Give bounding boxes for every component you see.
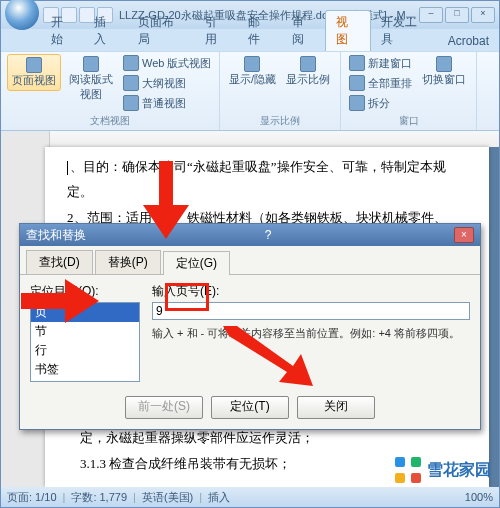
tab-page-layout[interactable]: 页面布局 bbox=[128, 11, 195, 51]
new-window-button[interactable]: 新建窗口 bbox=[347, 54, 414, 72]
status-words[interactable]: 字数: 1,779 bbox=[71, 490, 127, 505]
read-view-icon bbox=[83, 56, 99, 72]
page-view-label: 页面视图 bbox=[12, 73, 56, 88]
status-insert[interactable]: 插入 bbox=[208, 490, 230, 505]
web-view-button[interactable]: Web 版式视图 bbox=[121, 54, 213, 72]
new-window-icon bbox=[349, 55, 365, 71]
tab-acrobat[interactable]: Acrobat bbox=[438, 31, 499, 51]
ribbon: 页面视图 阅读版式视图 Web 版式视图 大纲视图 普通视图 文档视图 显示/隐… bbox=[1, 51, 499, 131]
goto-hint: 输入 + 和 - 可将相关内容移至当前位置。例如: +4 将前移四项。 bbox=[152, 326, 470, 341]
page-number-input[interactable] bbox=[152, 302, 470, 320]
zoom-ratio-button[interactable]: 显示比例 bbox=[282, 54, 334, 89]
read-view-label: 阅读版式视图 bbox=[67, 72, 115, 102]
close-button[interactable]: × bbox=[471, 7, 495, 23]
list-item[interactable]: 页 bbox=[31, 303, 139, 322]
page-view-icon bbox=[26, 57, 42, 73]
group-ratio-title: 显示比例 bbox=[226, 114, 334, 128]
outline-view-label: 大纲视图 bbox=[142, 76, 186, 91]
tab-insert[interactable]: 插入 bbox=[84, 11, 127, 51]
watermark-text: 雪花家园 bbox=[427, 460, 491, 481]
tab-home[interactable]: 开始 bbox=[41, 11, 84, 51]
tab-mailings[interactable]: 邮件 bbox=[238, 11, 281, 51]
split-button[interactable]: 拆分 bbox=[347, 94, 414, 112]
tab-view[interactable]: 视图 bbox=[325, 10, 370, 51]
tab-review[interactable]: 审阅 bbox=[282, 11, 325, 51]
zoom-value[interactable]: 100% bbox=[465, 491, 493, 503]
tab-developer[interactable]: 开发工具 bbox=[371, 11, 438, 51]
list-item[interactable]: 节 bbox=[31, 322, 139, 341]
normal-view-icon bbox=[123, 95, 139, 111]
group-view-title: 文档视图 bbox=[7, 114, 213, 128]
dialog-tabs: 查找(D) 替换(P) 定位(G) bbox=[20, 246, 480, 275]
zoom-ratio-label: 显示比例 bbox=[286, 72, 330, 87]
list-item[interactable]: 批注 bbox=[31, 379, 139, 382]
dialog-titlebar[interactable]: 查找和替换 ? × bbox=[20, 224, 480, 246]
list-item[interactable]: 书签 bbox=[31, 360, 139, 379]
outline-view-icon bbox=[123, 75, 139, 91]
split-label: 拆分 bbox=[368, 96, 390, 111]
normal-view-button[interactable]: 普通视图 bbox=[121, 94, 213, 112]
read-view-button[interactable]: 阅读版式视图 bbox=[65, 54, 117, 104]
show-hide-button[interactable]: 显示/隐藏 bbox=[226, 54, 278, 89]
watermark-logo-icon bbox=[395, 457, 421, 483]
office-orb-icon[interactable] bbox=[5, 0, 39, 30]
tab-find[interactable]: 查找(D) bbox=[26, 250, 93, 274]
show-hide-label: 显示/隐藏 bbox=[229, 72, 276, 87]
zoom-icon bbox=[300, 56, 316, 72]
new-window-label: 新建窗口 bbox=[368, 56, 412, 71]
web-view-icon bbox=[123, 55, 139, 71]
dialog-close-button[interactable]: × bbox=[454, 227, 474, 243]
switch-window-button[interactable]: 切换窗口 bbox=[418, 54, 470, 89]
normal-view-label: 普通视图 bbox=[142, 96, 186, 111]
arrange-all-button[interactable]: 全部重排 bbox=[347, 74, 414, 92]
watermark: 雪花家园 bbox=[395, 457, 491, 483]
goto-target-listbox[interactable]: 页 节 行 书签 批注 脚注 bbox=[30, 302, 140, 382]
previous-button: 前一处(S) bbox=[125, 396, 203, 419]
dialog-close-btn[interactable]: 关闭 bbox=[297, 396, 375, 419]
ribbon-tabs: 开始 插入 页面布局 引用 邮件 审阅 视图 开发工具 Acrobat bbox=[1, 29, 499, 51]
dialog-help-icon[interactable]: ? bbox=[265, 228, 272, 242]
goto-button[interactable]: 定位(T) bbox=[211, 396, 289, 419]
show-hide-icon bbox=[244, 56, 260, 72]
dialog-title: 查找和替换 bbox=[26, 227, 86, 244]
arrange-icon bbox=[349, 75, 365, 91]
switch-window-icon bbox=[436, 56, 452, 72]
group-window-title: 窗口 bbox=[347, 114, 470, 128]
ruler[interactable] bbox=[1, 131, 499, 148]
status-lang[interactable]: 英语(美国) bbox=[142, 490, 193, 505]
web-view-label: Web 版式视图 bbox=[142, 56, 211, 71]
tab-references[interactable]: 引用 bbox=[195, 11, 238, 51]
maximize-button[interactable]: □ bbox=[445, 7, 469, 23]
tab-replace[interactable]: 替换(P) bbox=[95, 250, 161, 274]
page-view-button[interactable]: 页面视图 bbox=[7, 54, 61, 91]
status-page[interactable]: 页面: 1/10 bbox=[7, 490, 57, 505]
goto-target-label: 定位目标(O): bbox=[30, 283, 140, 300]
outline-view-button[interactable]: 大纲视图 bbox=[121, 74, 213, 92]
doc-paragraph-1: 、目的：确保本公司“永磁起重吸盘”操作安全、可靠，特制定本规定。 bbox=[67, 155, 469, 204]
tab-goto[interactable]: 定位(G) bbox=[163, 251, 230, 275]
split-icon bbox=[349, 95, 365, 111]
list-item[interactable]: 行 bbox=[31, 341, 139, 360]
arrange-label: 全部重排 bbox=[368, 76, 412, 91]
switch-window-label: 切换窗口 bbox=[422, 72, 466, 87]
status-bar: 页面: 1/10 | 字数: 1,779 | 英语(美国) | 插入 100% bbox=[1, 487, 499, 507]
page-number-label: 输入页号(E): bbox=[152, 283, 470, 300]
find-replace-dialog: 查找和替换 ? × 查找(D) 替换(P) 定位(G) 定位目标(O): 页 节… bbox=[19, 223, 481, 430]
